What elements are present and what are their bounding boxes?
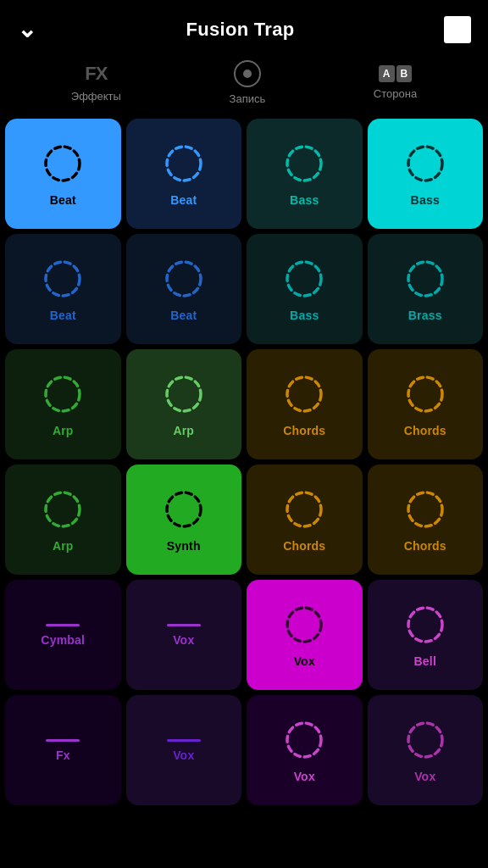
record-button[interactable]: Запись [230, 60, 266, 105]
svg-point-19 [408, 723, 442, 757]
pad-label: Arp [53, 424, 74, 437]
dashed-circle-icon [402, 487, 448, 532]
page-title: Fusion Trap [186, 19, 295, 41]
dashed-circle-icon [402, 141, 448, 186]
dashed-circle-icon [281, 602, 327, 648]
pad-vox-5-1[interactable]: Vox [126, 695, 242, 805]
pad-arp-2-1[interactable]: Arp [126, 349, 242, 459]
pad-beat-0-0[interactable]: Beat [5, 119, 121, 229]
pad-label: Fx [56, 748, 70, 762]
pad-label: Beat [50, 193, 76, 207]
svg-point-5 [167, 262, 201, 296]
pad-label: Bass [411, 193, 440, 207]
pad-vox-5-2[interactable]: Vox [247, 695, 363, 805]
pad-bass-0-3[interactable]: Bass [368, 119, 484, 229]
svg-point-0 [46, 147, 80, 181]
pad-label: Vox [173, 748, 194, 762]
pad-chords-2-3[interactable]: Chords [368, 349, 484, 459]
pad-vox-5-3[interactable]: Vox [368, 695, 484, 805]
pad-arp-3-0[interactable]: Arp [5, 465, 121, 575]
toolbar: FX Эффекты Запись A B Сторона [0, 52, 488, 119]
svg-point-10 [287, 377, 321, 411]
svg-point-18 [287, 723, 321, 757]
pad-label: Beat [170, 309, 197, 322]
fx-label: Эффекты [71, 90, 121, 103]
record-icon [234, 60, 261, 87]
pad-chords-3-3[interactable]: Chords [368, 465, 484, 575]
svg-point-6 [287, 262, 321, 296]
dashed-circle-icon [40, 141, 86, 186]
pad-grid: BeatBeatBassBassBeatBeatBassBrassArpArpC… [0, 119, 488, 810]
pad-beat-1-0[interactable]: Beat [5, 234, 121, 344]
svg-point-2 [287, 147, 321, 181]
dashed-circle-icon [281, 717, 327, 763]
dashed-circle-icon [281, 487, 327, 532]
svg-point-4 [46, 262, 80, 296]
pad-bass-0-2[interactable]: Bass [247, 119, 363, 229]
pad-synth-3-1[interactable]: Synth [126, 465, 242, 575]
dash-line-icon [167, 624, 201, 626]
chevron-down-icon[interactable]: ⌄ [17, 15, 36, 43]
pad-bass-1-2[interactable]: Bass [247, 234, 363, 344]
pad-beat-0-1[interactable]: Beat [126, 119, 242, 229]
pad-label: Synth [167, 539, 201, 553]
pad-fx-5-0[interactable]: Fx [5, 695, 121, 805]
dashed-circle-icon [402, 256, 448, 302]
pad-label: Bell [414, 654, 436, 668]
pad-chords-2-2[interactable]: Chords [247, 349, 363, 459]
dash-line-icon [46, 624, 80, 626]
dashed-circle-icon [402, 717, 448, 763]
svg-point-14 [287, 492, 321, 526]
pad-label: Bass [290, 309, 319, 322]
pad-label: Vox [173, 633, 194, 647]
dashed-circle-icon [281, 371, 327, 417]
pad-label: Arp [173, 424, 194, 437]
dashed-circle-icon [161, 487, 207, 532]
pad-beat-1-1[interactable]: Beat [126, 234, 242, 344]
dash-line-icon [46, 739, 80, 742]
pad-label: Arp [53, 539, 74, 553]
header: ⌄ Fusion Trap [0, 0, 488, 52]
svg-point-9 [167, 377, 201, 411]
pad-label: Vox [294, 654, 315, 668]
dash-line-icon [167, 739, 201, 742]
pad-label: Vox [414, 770, 435, 783]
record-label: Запись [230, 92, 266, 105]
white-square-button[interactable] [444, 16, 471, 43]
fx-button[interactable]: FX Эффекты [71, 63, 121, 103]
pad-label: Vox [294, 770, 315, 783]
svg-point-7 [408, 262, 442, 296]
svg-point-15 [408, 492, 442, 526]
pad-label: Chords [283, 539, 325, 553]
pad-label: Beat [170, 193, 197, 207]
pad-cymbal-4-0[interactable]: Cymbal [5, 580, 121, 690]
pad-vox-4-2[interactable]: Vox [247, 580, 363, 690]
ab-button[interactable]: A B Сторона [374, 65, 417, 100]
pad-label: Chords [283, 424, 325, 437]
pad-label: Bass [290, 193, 319, 207]
svg-point-11 [408, 377, 442, 411]
pad-label: Brass [408, 309, 442, 322]
svg-point-16 [287, 608, 321, 642]
dashed-circle-icon [402, 602, 448, 648]
dashed-circle-icon [281, 141, 327, 186]
svg-point-12 [46, 492, 80, 526]
pad-arp-2-0[interactable]: Arp [5, 349, 121, 459]
ab-label: Сторона [374, 87, 417, 100]
dashed-circle-icon [40, 256, 86, 302]
dashed-circle-icon [402, 371, 448, 417]
pad-label: Chords [404, 424, 446, 437]
dashed-circle-icon [40, 487, 86, 532]
pad-brass-1-3[interactable]: Brass [368, 234, 484, 344]
pad-vox-4-1[interactable]: Vox [126, 580, 242, 690]
pad-label: Beat [50, 309, 76, 322]
dashed-circle-icon [40, 371, 86, 417]
svg-point-13 [167, 492, 201, 526]
pad-chords-3-2[interactable]: Chords [247, 465, 363, 575]
ab-icon: A B [379, 65, 412, 82]
dashed-circle-icon [161, 141, 207, 186]
dashed-circle-icon [161, 256, 207, 302]
pad-label: Cymbal [41, 633, 85, 647]
dashed-circle-icon [281, 256, 327, 302]
pad-bell-4-3[interactable]: Bell [368, 580, 484, 690]
